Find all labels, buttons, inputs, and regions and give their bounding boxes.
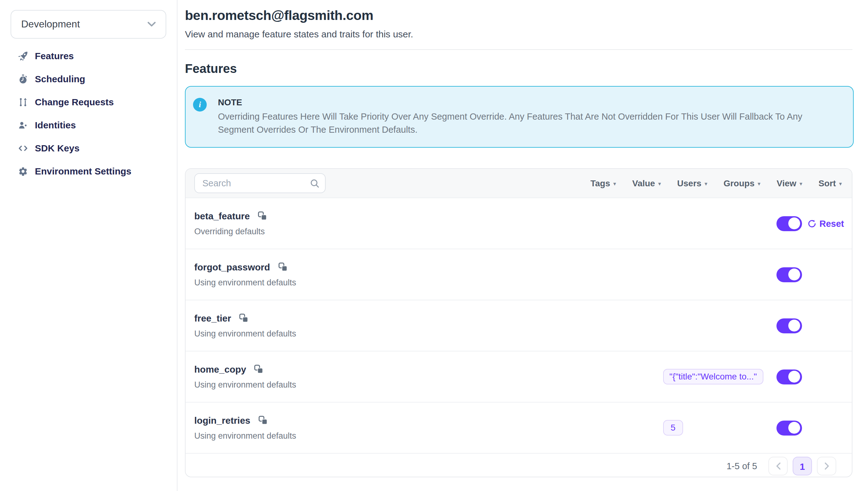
filter-users[interactable]: Users ▾: [677, 178, 707, 188]
feature-toggle[interactable]: [776, 216, 802, 231]
sidebar-item-change-requests[interactable]: Change Requests: [0, 90, 177, 113]
filter-sort[interactable]: Sort ▾: [818, 178, 842, 188]
sidebar-item-label: SDK Keys: [35, 143, 80, 153]
copy-icon[interactable]: [258, 415, 268, 425]
pagination: 1-5 of 5 1: [186, 453, 852, 477]
refresh-icon: [808, 219, 816, 228]
pull-request-icon: [18, 97, 28, 107]
feature-toggle[interactable]: [776, 318, 802, 333]
sidebar-item-label: Environment Settings: [35, 166, 131, 176]
feature-controls: Reset: [663, 216, 844, 231]
header-divider: [185, 49, 852, 50]
chevron-right-icon: [824, 462, 829, 470]
feature-info: beta_feature Overriding defaults: [194, 211, 267, 236]
feature-status: Using environment defaults: [194, 329, 296, 338]
feature-info: home_copy Using environment defaults: [194, 364, 296, 389]
caret-down-icon: ▾: [758, 180, 761, 186]
sidebar-item-identities[interactable]: Identities: [0, 113, 177, 137]
people-icon: [18, 120, 28, 130]
caret-down-icon: ▾: [658, 180, 661, 186]
feature-value-chip[interactable]: "{"title":"Welcome to...": [663, 369, 763, 384]
stopwatch-icon: [18, 74, 28, 84]
feature-info: forgot_password Using environment defaul…: [194, 262, 296, 287]
value-cell: "{"title":"Welcome to...": [663, 369, 776, 384]
info-icon: i: [193, 98, 207, 112]
pagination-page-1-button[interactable]: 1: [793, 457, 812, 475]
caret-down-icon: ▾: [613, 180, 616, 186]
sidebar-item-label: Identities: [35, 120, 76, 130]
sidebar-item-environment-settings[interactable]: Environment Settings: [0, 160, 177, 182]
main-content: ben.rometsch@flagsmith.com View and mana…: [178, 0, 868, 491]
caret-down-icon: ▾: [705, 180, 707, 186]
filter-view[interactable]: View ▾: [777, 178, 802, 188]
filter-bar: Tags ▾ Value ▾ Users ▾ Groups ▾: [590, 178, 843, 188]
reset-label: Reset: [819, 219, 844, 228]
feature-toggle[interactable]: [776, 369, 802, 384]
filter-groups[interactable]: Groups ▾: [723, 178, 761, 188]
user-detail-page: Development Features: [0, 0, 868, 491]
feature-controls: "{"title":"Welcome to...": [663, 369, 844, 384]
filter-tags[interactable]: Tags ▾: [590, 178, 616, 188]
feature-status: Using environment defaults: [194, 431, 296, 440]
sidebar-item-label: Scheduling: [35, 74, 85, 84]
search-input[interactable]: [194, 173, 326, 193]
feature-row-login-retries[interactable]: login_retries Using environment defaults…: [186, 402, 852, 453]
feature-info: free_tier Using environment defaults: [194, 313, 296, 338]
feature-info: login_retries Using environment defaults: [194, 415, 296, 440]
sidebar-item-scheduling[interactable]: Scheduling: [0, 67, 177, 90]
environment-selector[interactable]: Development: [10, 10, 166, 39]
feature-name: forgot_password: [194, 262, 270, 272]
gear-icon: [18, 166, 28, 176]
environment-selector-value: Development: [21, 19, 148, 30]
features-table: Tags ▾ Value ▾ Users ▾ Groups ▾: [185, 168, 852, 477]
copy-icon[interactable]: [254, 365, 264, 374]
note-content: NOTE Overriding Features Here Will Take …: [218, 97, 827, 137]
feature-value-chip[interactable]: 5: [663, 420, 683, 436]
note-label: NOTE: [218, 97, 827, 107]
copy-icon[interactable]: [278, 262, 287, 272]
rocket-icon: [18, 51, 28, 61]
sidebar-nav: Features Scheduling: [0, 44, 177, 182]
feature-row-free-tier[interactable]: free_tier Using environment defaults: [186, 300, 852, 351]
caret-down-icon: ▾: [839, 180, 842, 186]
feature-status: Overriding defaults: [194, 227, 267, 236]
feature-status: Using environment defaults: [194, 278, 296, 287]
feature-row-forgot-password[interactable]: forgot_password Using environment defaul…: [186, 249, 852, 300]
features-section-title: Features: [185, 62, 868, 76]
code-icon: [18, 143, 28, 153]
value-cell: 5: [663, 420, 776, 436]
pagination-prev-button[interactable]: [768, 457, 788, 475]
chevron-left-icon: [776, 462, 780, 470]
feature-name: beta_feature: [194, 211, 250, 221]
pagination-summary: 1-5 of 5: [727, 461, 757, 471]
copy-icon[interactable]: [239, 313, 248, 323]
page-subtitle: View and manage feature states and trait…: [185, 29, 868, 39]
reset-button[interactable]: Reset: [802, 219, 844, 228]
feature-name: login_retries: [194, 415, 250, 426]
pagination-next-button[interactable]: [817, 457, 836, 475]
feature-controls: [663, 318, 844, 333]
note-callout: i NOTE Overriding Features Here Will Tak…: [185, 86, 854, 148]
feature-toggle[interactable]: [776, 267, 802, 282]
feature-controls: [663, 267, 844, 282]
filter-value[interactable]: Value ▾: [632, 178, 661, 188]
sidebar-item-label: Change Requests: [35, 96, 114, 107]
sidebar-item-label: Features: [35, 51, 74, 61]
caret-down-icon: ▾: [800, 180, 802, 186]
copy-icon[interactable]: [258, 211, 267, 221]
feature-row-home-copy[interactable]: home_copy Using environment defaults "{"…: [186, 351, 852, 402]
sidebar: Development Features: [0, 0, 178, 491]
features-table-header: Tags ▾ Value ▾ Users ▾ Groups ▾: [186, 169, 852, 198]
page-title: ben.rometsch@flagsmith.com: [185, 8, 868, 24]
search-icon: [310, 178, 319, 188]
chevron-down-icon: [148, 22, 156, 27]
feature-name: home_copy: [194, 364, 246, 374]
sidebar-item-features[interactable]: Features: [0, 44, 177, 67]
feature-row-beta-feature[interactable]: beta_feature Overriding defaults: [186, 198, 852, 249]
feature-controls: 5: [663, 420, 844, 436]
feature-name: free_tier: [194, 313, 231, 323]
feature-status: Using environment defaults: [194, 380, 296, 389]
feature-toggle[interactable]: [776, 420, 802, 435]
sidebar-item-sdk-keys[interactable]: SDK Keys: [0, 137, 177, 160]
search-box: [194, 173, 326, 193]
